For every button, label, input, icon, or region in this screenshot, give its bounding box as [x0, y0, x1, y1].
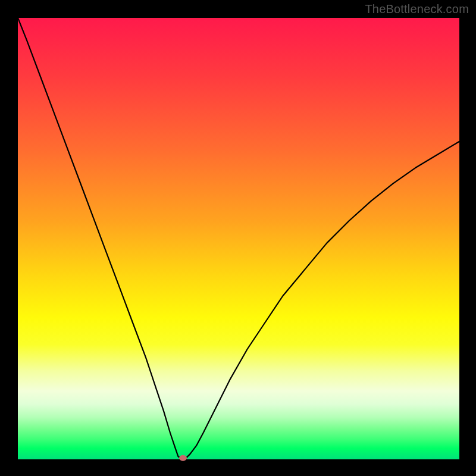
plot-area — [18, 18, 459, 459]
curve-layer — [18, 18, 459, 459]
bottleneck-curve — [18, 18, 459, 459]
watermark-text: TheBottleneck.com — [365, 2, 469, 16]
optimal-point-marker — [180, 455, 187, 461]
chart-frame: TheBottleneck.com — [0, 0, 476, 476]
